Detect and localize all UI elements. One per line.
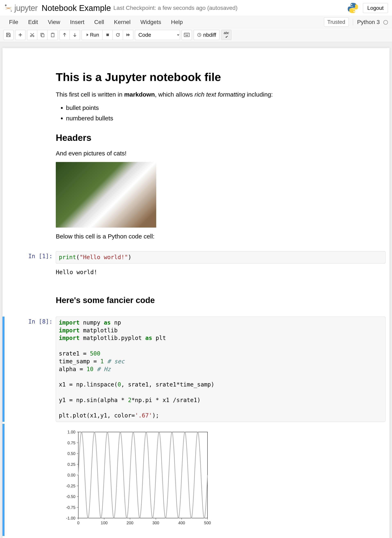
plus-icon bbox=[18, 33, 23, 37]
move-down-button[interactable] bbox=[70, 30, 80, 40]
menu-view[interactable]: View bbox=[43, 16, 65, 28]
cell-type-select[interactable]: Code bbox=[135, 30, 180, 40]
svg-point-0 bbox=[5, 5, 7, 6]
add-cell-button[interactable] bbox=[15, 30, 25, 40]
svg-rect-13 bbox=[186, 34, 186, 34]
paragraph: Below this cell is a Python code cell: bbox=[56, 232, 377, 241]
svg-point-2 bbox=[351, 4, 352, 5]
svg-rect-15 bbox=[188, 34, 188, 34]
svg-text:0.75: 0.75 bbox=[67, 441, 75, 445]
svg-rect-12 bbox=[185, 34, 185, 34]
run-all-button[interactable] bbox=[123, 30, 133, 40]
list-item: bullet points bbox=[66, 103, 377, 112]
cell-prompt bbox=[11, 424, 56, 536]
stop-button[interactable] bbox=[103, 30, 113, 40]
paste-icon bbox=[50, 33, 55, 37]
svg-text:0.25: 0.25 bbox=[67, 462, 75, 467]
spellcheck-icon: abc✔ bbox=[224, 31, 229, 39]
svg-text:-1.00: -1.00 bbox=[66, 516, 75, 520]
header: jupyter Notebook Example Last Checkpoint… bbox=[0, 0, 392, 16]
svg-rect-16 bbox=[185, 35, 188, 36]
cell-prompt bbox=[11, 282, 56, 314]
markdown-render: Here's some fancier code bbox=[56, 282, 385, 314]
fast-forward-icon bbox=[126, 33, 131, 37]
sine-plot: -1.00-0.75-0.50-0.250.000.250.500.751.00… bbox=[56, 428, 212, 530]
paragraph: And even pictures of cats! bbox=[56, 149, 377, 158]
move-up-button[interactable] bbox=[60, 30, 70, 40]
spellcheck-button[interactable]: abc✔ bbox=[221, 30, 231, 40]
svg-text:-0.50: -0.50 bbox=[66, 494, 75, 499]
paste-button[interactable] bbox=[47, 30, 58, 40]
svg-text:1.00: 1.00 bbox=[67, 430, 75, 434]
command-palette-button[interactable] bbox=[182, 30, 192, 40]
copy-button[interactable] bbox=[37, 30, 47, 40]
stop-icon bbox=[106, 33, 109, 37]
logout-button[interactable]: Logout bbox=[363, 3, 388, 13]
notebook-container: This is a Jupyter notebook file This fir… bbox=[2, 48, 390, 538]
code-input[interactable]: print("Hello world!") bbox=[56, 251, 385, 263]
heading-h3: Here's some fancier code bbox=[56, 294, 377, 306]
cell-prompt bbox=[11, 56, 56, 249]
menu-kernel[interactable]: Kernel bbox=[109, 16, 135, 28]
code-output-row: Hello world! bbox=[11, 266, 385, 280]
jupyter-logo-text: jupyter bbox=[14, 4, 37, 13]
svg-text:-0.25: -0.25 bbox=[66, 484, 75, 488]
menu-help[interactable]: Help bbox=[166, 16, 188, 28]
svg-rect-10 bbox=[106, 34, 109, 36]
cut-icon bbox=[30, 33, 35, 37]
svg-point-3 bbox=[354, 11, 355, 12]
menubar: File Edit View Insert Cell Kernel Widget… bbox=[0, 16, 392, 28]
svg-text:0: 0 bbox=[77, 521, 79, 525]
run-icon bbox=[85, 33, 89, 37]
code-cell-selected[interactable]: In [8]: import numpy as np import matplo… bbox=[11, 317, 385, 422]
arrow-up-icon bbox=[62, 33, 67, 37]
plot-output: -1.00-0.75-0.50-0.250.000.250.500.751.00… bbox=[56, 424, 385, 536]
code-input[interactable]: import numpy as np import matplotlib imp… bbox=[56, 317, 385, 422]
nbdiff-button[interactable]: nbdiff bbox=[194, 30, 219, 40]
svg-point-1 bbox=[11, 10, 12, 12]
restart-button[interactable] bbox=[113, 30, 123, 40]
code-cell[interactable]: In [1]: print("Hello world!") bbox=[11, 251, 385, 263]
svg-rect-9 bbox=[52, 33, 53, 34]
jupyter-logo[interactable]: jupyter bbox=[4, 4, 37, 13]
menu-widgets[interactable]: Widgets bbox=[135, 16, 166, 28]
notebook-title[interactable]: Notebook Example bbox=[42, 4, 111, 13]
cell-prompt: In [8]: bbox=[11, 317, 56, 422]
code-output: Hello world! bbox=[56, 266, 385, 280]
kernel-status-icon bbox=[383, 20, 388, 25]
paragraph: This first cell is written in markdown, … bbox=[56, 90, 377, 99]
menu-cell[interactable]: Cell bbox=[89, 16, 109, 28]
heading-h2: Headers bbox=[56, 131, 377, 145]
menu-insert[interactable]: Insert bbox=[65, 16, 89, 28]
svg-rect-14 bbox=[187, 34, 187, 34]
code-output-row: -1.00-0.75-0.50-0.250.000.250.500.751.00… bbox=[11, 424, 385, 536]
jupyter-icon bbox=[4, 4, 13, 12]
checkpoint-text: Last Checkpoint: a few seconds ago (auto… bbox=[113, 5, 238, 11]
markdown-render: This is a Jupyter notebook file This fir… bbox=[56, 56, 385, 249]
cut-button[interactable] bbox=[27, 30, 37, 40]
svg-rect-11 bbox=[184, 33, 189, 37]
svg-text:0.50: 0.50 bbox=[67, 451, 75, 456]
save-icon bbox=[6, 33, 11, 37]
kernel-name[interactable]: Python 3 bbox=[353, 19, 388, 25]
cat-image bbox=[56, 162, 156, 228]
copy-icon bbox=[40, 33, 45, 37]
python-icon bbox=[347, 2, 359, 14]
markdown-cell[interactable]: Here's some fancier code bbox=[11, 282, 385, 314]
cell-prompt: In [1]: bbox=[11, 251, 56, 263]
svg-rect-8 bbox=[51, 33, 54, 37]
menu-edit[interactable]: Edit bbox=[23, 16, 43, 28]
bullet-list: bullet points numbered bullets bbox=[66, 103, 377, 123]
markdown-cell[interactable]: This is a Jupyter notebook file This fir… bbox=[11, 56, 385, 249]
run-button[interactable]: Run bbox=[82, 30, 103, 40]
save-button[interactable] bbox=[3, 30, 14, 40]
list-item: numbered bullets bbox=[66, 114, 377, 123]
trusted-badge[interactable]: Trusted bbox=[324, 17, 349, 27]
menu-file[interactable]: File bbox=[4, 16, 23, 28]
restart-icon bbox=[116, 33, 120, 37]
svg-text:-0.75: -0.75 bbox=[66, 505, 75, 510]
keyboard-icon bbox=[184, 33, 190, 37]
svg-text:200: 200 bbox=[126, 521, 133, 525]
clock-icon bbox=[197, 33, 201, 37]
svg-text:400: 400 bbox=[178, 521, 185, 525]
